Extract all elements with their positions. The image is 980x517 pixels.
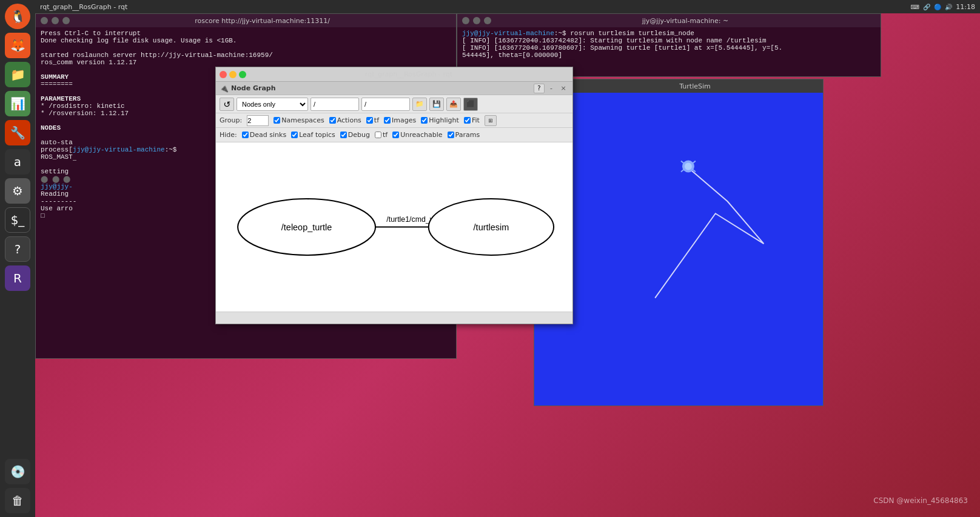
group-label: Group:	[220, 116, 242, 124]
terminal-2-line: [ INFO] [1636772040.163742482]: Starting…	[462, 37, 876, 44]
network-icon: 🔗	[923, 4, 930, 10]
rqt-filter-input-1[interactable]	[310, 98, 359, 111]
rqt-graph-area[interactable]: /teleop_turtle /turtle1/cmd_vel /turtles…	[216, 142, 572, 312]
hide-label: Hide:	[220, 131, 237, 139]
namespaces-option[interactable]: Namespaces	[274, 116, 324, 124]
ubuntu-launcher-icon[interactable]: 🐧	[5, 4, 30, 29]
highlight-label: Highlight	[429, 116, 459, 124]
terminal-2-line: 544445], theta=[0.000000]	[462, 52, 876, 59]
dead-sinks-label: Dead sinks	[250, 131, 286, 139]
terminal-1-line: Done checking log file disk usage. Usage…	[41, 37, 451, 44]
rqt-inner-close-btn[interactable]: -	[546, 84, 557, 93]
dvd-icon[interactable]: 💿	[5, 459, 30, 484]
terminal-2-max-btn[interactable]	[484, 17, 491, 24]
watermark-text: CSDN @weixin_45684863	[873, 496, 968, 505]
topbar-right: ⌨ 🔗 🔵 🔊 11:18	[911, 3, 975, 11]
terminal-2-line: jjy@jjy-virtual-machine:~$ rosrun turtle…	[462, 30, 876, 37]
images-label: Images	[392, 116, 416, 124]
terminal-1-max-btn[interactable]	[62, 17, 70, 24]
rqt-refresh-btn[interactable]: ↺	[220, 98, 234, 111]
teleop-turtle-label: /teleop_turtle	[281, 222, 332, 232]
terminal-1-line: Press Ctrl-C to interrupt	[41, 30, 451, 37]
rqt-stop-btn[interactable]: ⬛	[463, 98, 478, 111]
images-checkbox[interactable]	[384, 117, 391, 124]
rqt-max-btn[interactable]	[239, 71, 246, 78]
terminal-1-line: started roslaunch server http://jjy-virt…	[41, 52, 451, 59]
trash-icon[interactable]: 🗑	[5, 488, 30, 513]
dead-sinks-option[interactable]: Dead sinks	[242, 131, 286, 139]
rqt-inner-titlebar: 🔌 Node Graph ? - ×	[216, 82, 572, 95]
terminal-1-close-btn[interactable]	[41, 17, 48, 24]
namespaces-checkbox[interactable]	[274, 117, 280, 124]
rqt-filter-input-2[interactable]	[361, 98, 410, 111]
actions-checkbox[interactable]	[329, 117, 336, 124]
rqt-help-btn[interactable]: ?	[534, 84, 545, 93]
hide-tf-checkbox[interactable]	[375, 132, 381, 138]
hide-tf-label: tf	[383, 131, 388, 139]
fit-option[interactable]: Fit	[464, 116, 480, 124]
terminal-1-title: roscore http://jjy-virtual-machine:11311…	[73, 17, 451, 25]
hide-tf-option[interactable]: tf	[375, 131, 388, 139]
highlight-checkbox[interactable]	[421, 117, 428, 124]
unreachable-option[interactable]: Unreachable	[392, 131, 442, 139]
rqt-close-btn[interactable]	[220, 71, 227, 78]
rqt-inner-title: Node Graph	[231, 84, 276, 92]
terminal-1-titlebar: roscore http://jjy-virtual-machine:11311…	[36, 14, 456, 27]
tf-option[interactable]: tf	[366, 116, 379, 124]
turtle-path-svg	[534, 93, 823, 405]
terminal-2-close-btn[interactable]	[462, 17, 469, 24]
volume-icon: 🔊	[945, 4, 952, 10]
tf-checkbox[interactable]	[366, 117, 373, 124]
terminal-1-line	[41, 44, 451, 52]
fit-label: Fit	[472, 116, 480, 124]
debug-checkbox[interactable]	[340, 132, 347, 138]
tools-icon[interactable]: 🔧	[5, 120, 30, 145]
spreadsheet-icon[interactable]: 📊	[5, 91, 30, 116]
unreachable-label: Unreachable	[400, 131, 442, 139]
leaf-topics-label: Leaf topics	[299, 131, 335, 139]
amazon-icon[interactable]: a	[5, 149, 30, 175]
rqt-inner-close2-btn[interactable]: ×	[558, 84, 569, 93]
rqt-icon[interactable]: R	[5, 265, 30, 291]
rqt-fit-btn[interactable]: ⊞	[485, 115, 497, 126]
firefox-icon[interactable]: 🦊	[5, 33, 30, 58]
files-icon[interactable]: 📁	[5, 62, 30, 87]
actions-label: Actions	[337, 116, 361, 124]
leaf-topics-checkbox[interactable]	[291, 132, 298, 138]
dead-sinks-checkbox[interactable]	[242, 132, 249, 138]
leaf-topics-option[interactable]: Leaf topics	[291, 131, 335, 139]
terminal-icon[interactable]: $_	[5, 207, 30, 233]
rqt-export-btn[interactable]: 📤	[446, 98, 461, 111]
rqt-open-btn[interactable]: 📁	[412, 98, 427, 111]
actions-option[interactable]: Actions	[329, 116, 361, 124]
rqt-toolbar: ↺ Nodes only Nodes/Topics (all) Topics o…	[216, 95, 572, 113]
terminal-2-line: [ INFO] [1636772040.169780607]: Spawning…	[462, 44, 876, 52]
rqt-min-btn[interactable]	[229, 71, 237, 78]
params-checkbox[interactable]	[448, 132, 454, 138]
turtlesim-node-label: /turtlesim	[474, 222, 509, 232]
rqt-save-btn[interactable]: 💾	[429, 98, 444, 111]
params-option[interactable]: Params	[448, 131, 480, 139]
turtlesim-titlebar: TurtleSim	[534, 79, 823, 93]
turtle-trail	[655, 165, 764, 298]
namespaces-label: Namespaces	[281, 116, 324, 124]
turtlesim-window: TurtleSim	[534, 79, 824, 406]
node-graph-svg: /teleop_turtle /turtle1/cmd_vel /turtles…	[216, 142, 572, 312]
terminal-2-min-btn[interactable]	[473, 17, 480, 24]
debug-option[interactable]: Debug	[340, 131, 370, 139]
terminal-1-min-btn[interactable]	[52, 17, 59, 24]
topbar-left: rqt_graph__RosGraph - rqt	[40, 3, 127, 11]
unreachable-checkbox[interactable]	[392, 132, 399, 138]
clock: 11:18	[956, 3, 975, 11]
rqt-options-row: Group: Namespaces Actions tf Images High…	[216, 113, 572, 128]
rqt-group-input[interactable]	[247, 115, 269, 126]
fit-checkbox[interactable]	[464, 117, 471, 124]
rqt-view-select[interactable]: Nodes only Nodes/Topics (all) Topics onl…	[237, 98, 308, 111]
images-option[interactable]: Images	[384, 116, 416, 124]
settings-icon[interactable]: ⚙	[5, 178, 30, 204]
highlight-option[interactable]: Highlight	[421, 116, 459, 124]
rqt-statusbar	[216, 312, 572, 324]
terminal-1-line: ros_comm version 1.12.17	[41, 59, 451, 66]
help-icon[interactable]: ?	[5, 236, 30, 262]
turtlesim-title: TurtleSim	[572, 82, 818, 90]
